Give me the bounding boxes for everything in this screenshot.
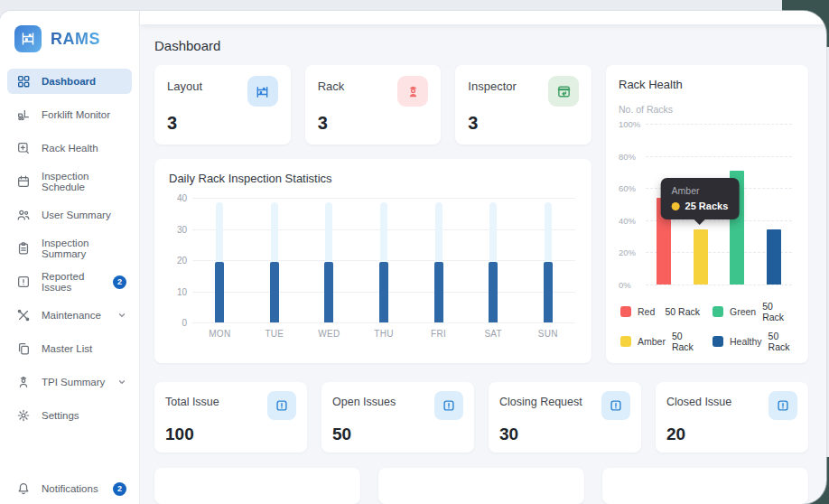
legend-item-amber: Amber50 Rack (620, 331, 700, 352)
dashboard-content: Dashboard Layout (140, 24, 826, 504)
bar-column-mon[interactable] (192, 198, 247, 322)
alert-square-icon (434, 391, 463, 420)
bar-column-sun[interactable] (520, 198, 575, 322)
partial-cards-row (154, 468, 808, 504)
x-axis-tick-label: MON (192, 329, 247, 339)
issue-card-open[interactable]: Open Issues 50 (321, 382, 474, 453)
bar[interactable] (489, 262, 498, 322)
bar[interactable] (324, 262, 333, 322)
sidebar-item-reported-issues[interactable]: Reported Issues 2 (0, 269, 139, 294)
window-enter-icon (548, 76, 579, 107)
y-axis-tick-label: 100% (619, 119, 642, 129)
x-axis-tick-label: WED (302, 329, 357, 339)
sidebar-item-label: Forklift Monitor (42, 109, 110, 120)
y-axis-tick-label: 10 (169, 286, 187, 296)
legend-label: Green (730, 306, 756, 317)
copy-icon (16, 341, 31, 356)
calendar-icon (16, 174, 31, 189)
sidebar-item-inspection-schedule[interactable]: Inspection Schedule (0, 169, 139, 194)
daily-chart-x-labels: MONTUEWEDTHUFRISATSUN (192, 329, 575, 339)
bar-amber[interactable] (694, 229, 708, 285)
bar[interactable] (270, 262, 279, 322)
partial-card (378, 468, 584, 504)
y-axis-tick-label: 40 (169, 193, 187, 203)
app-title: RAMS (51, 30, 100, 49)
users-icon (16, 208, 31, 222)
stat-card-rack[interactable]: Rack 3 (305, 65, 442, 145)
bar[interactable] (379, 262, 388, 322)
y-axis-tick-label: 80% (619, 151, 642, 161)
alert-square-icon (601, 391, 630, 420)
bar-column-fri[interactable] (411, 198, 466, 322)
legend-value: 50 Rack (762, 301, 792, 322)
sidebar-item-label: Dashboard (42, 76, 96, 87)
legend-swatch (620, 336, 631, 347)
issue-card-label: Total Issue (165, 391, 219, 408)
y-axis-tick-label: 20% (619, 247, 642, 257)
sidebar-item-label: Inspection Schedule (42, 171, 126, 192)
legend-swatch (620, 306, 631, 317)
stat-card-value: 3 (468, 114, 579, 134)
sidebar-item-label: Notifications (42, 483, 98, 494)
sidebar-item-tpi-summary[interactable]: TPI Summary (0, 369, 139, 395)
tooltip-value: 25 Racks (685, 201, 729, 211)
bar-column-wed[interactable] (302, 198, 357, 322)
bar[interactable] (215, 262, 224, 322)
sidebar-item-settings[interactable]: Settings (0, 403, 139, 428)
bar-column-thu[interactable] (357, 198, 412, 322)
legend-label: Red (638, 306, 655, 317)
x-axis-tick-label: SAT (466, 329, 521, 339)
stat-card-label: Rack (318, 76, 345, 93)
issue-card-total[interactable]: Total Issue 100 (154, 382, 307, 453)
rack-health-legend: Red50 RackGreen50 RackAmber50 RackHealth… (619, 301, 794, 352)
x-axis-tick-label: SUN (520, 329, 575, 339)
issue-card-label: Open Issues (332, 391, 396, 408)
bar[interactable] (544, 262, 553, 322)
bar[interactable] (434, 262, 443, 322)
sidebar-item-user-summary[interactable]: User Summary (0, 202, 139, 228)
sidebar: RAMS Dashboard Forklift Monitor (0, 11, 140, 504)
partial-card (154, 468, 360, 504)
chart-y-axis-label: No. of Racks (619, 104, 794, 115)
sidebar-item-forklift-monitor[interactable]: Forklift Monitor (0, 102, 139, 127)
chevron-down-icon (117, 311, 126, 320)
bar-column-tue[interactable] (247, 198, 303, 322)
issue-card-closing-request[interactable]: Closing Request 30 (489, 382, 641, 453)
sidebar-item-dashboard[interactable]: Dashboard (7, 69, 132, 94)
sidebar-item-master-list[interactable]: Master List (0, 336, 139, 361)
stat-card-label: Layout (167, 76, 202, 93)
sidebar-item-notifications[interactable]: Notifications 2 (0, 476, 139, 501)
stat-card-inspector[interactable]: Inspector 3 (455, 65, 591, 145)
bar-healthy[interactable] (767, 229, 781, 285)
sidebar-item-inspection-summary[interactable]: Inspection Summary (0, 236, 139, 261)
rack-health-chart-card: Rack Health No. of Racks Amber 25 Racks … (606, 65, 808, 363)
legend-value: 50 Rack (768, 331, 792, 352)
stat-card-value: 3 (318, 114, 429, 134)
rack-health-plot: Amber 25 Racks 0%20%40%60%80%100% (646, 124, 792, 285)
notifications-badge: 2 (113, 482, 126, 496)
sidebar-item-rack-health[interactable]: Rack Health (0, 135, 139, 161)
legend-value: 50 Rack (665, 306, 700, 317)
x-axis-tick-label: FRI (411, 329, 466, 339)
stat-card-layout[interactable]: Layout 3 (154, 65, 291, 145)
chevron-down-icon (117, 378, 126, 387)
reported-issues-badge: 2 (113, 275, 126, 289)
sidebar-item-label: Maintenance (42, 310, 101, 321)
gear-icon (16, 408, 31, 423)
legend-item-red: Red50 Rack (620, 301, 700, 322)
sidebar-item-label: User Summary (42, 210, 111, 220)
sidebar-item-maintenance[interactable]: Maintenance (0, 303, 139, 328)
sidebar-item-label: Rack Health (42, 143, 98, 154)
issue-card-value: 100 (165, 425, 296, 443)
sidebar-item-label: Inspection Summary (42, 238, 126, 259)
top-bar (140, 11, 826, 24)
gridline (646, 156, 792, 157)
bar-column-sat[interactable] (466, 198, 521, 322)
y-axis-tick-label: 40% (619, 215, 642, 225)
legend-swatch (713, 336, 723, 347)
issue-card-closed[interactable]: Closed Issue 20 (656, 382, 808, 453)
rack-health-icon (16, 141, 31, 155)
y-axis-tick-label: 20 (169, 256, 187, 266)
legend-item-green: Green50 Rack (713, 301, 792, 322)
legend-value: 50 Rack (672, 331, 700, 352)
